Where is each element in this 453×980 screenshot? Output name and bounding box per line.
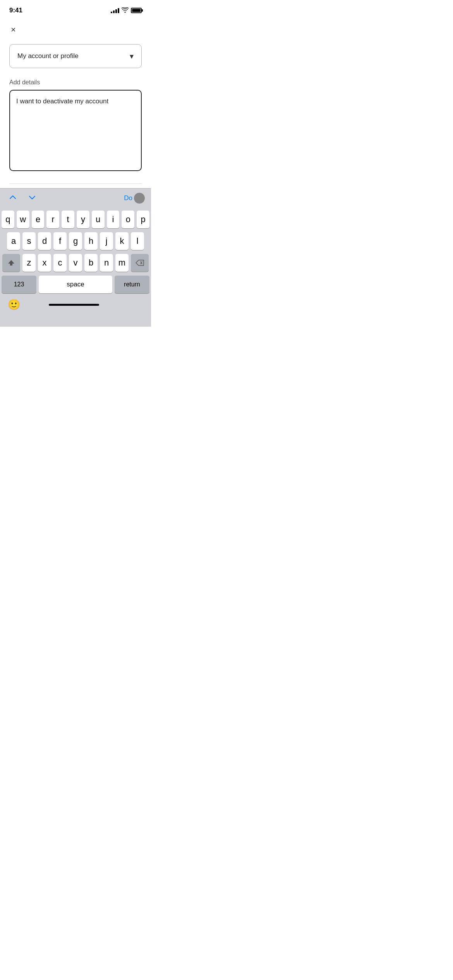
key-y[interactable]: y: [77, 211, 89, 228]
key-c[interactable]: c: [53, 254, 67, 272]
key-shift[interactable]: [2, 254, 20, 272]
key-d[interactable]: d: [38, 232, 51, 250]
toolbar-nav: [6, 192, 39, 204]
key-s[interactable]: s: [22, 232, 36, 250]
add-details-label: Add details: [9, 79, 142, 86]
emoji-button[interactable]: 🙂: [8, 299, 20, 311]
key-n[interactable]: n: [100, 254, 113, 272]
key-r[interactable]: r: [46, 211, 59, 228]
key-return[interactable]: return: [115, 276, 149, 293]
dropdown-label: My account or profile: [17, 52, 79, 60]
key-e[interactable]: e: [32, 211, 45, 228]
key-v[interactable]: v: [69, 254, 82, 272]
done-label: Do: [124, 194, 132, 202]
keyboard-toolbar: Do: [0, 188, 151, 207]
add-details-section: Add details I want to deactivate my acco…: [9, 79, 142, 173]
key-a[interactable]: a: [7, 232, 20, 250]
key-t[interactable]: t: [62, 211, 74, 228]
keyboard-row-2: a s d f g h j k l: [2, 232, 149, 250]
signal-icon: [111, 8, 119, 13]
status-time: 9:41: [9, 7, 22, 14]
keyboard-row-3: z x c v b n m: [2, 254, 149, 272]
close-button[interactable]: ×: [9, 23, 17, 36]
toolbar-done-button[interactable]: Do: [124, 193, 145, 204]
key-p[interactable]: p: [137, 211, 149, 228]
key-backspace[interactable]: [131, 254, 149, 272]
key-q[interactable]: q: [2, 211, 14, 228]
keyboard-footer: 🙂: [2, 297, 149, 313]
done-circle: [134, 193, 145, 204]
key-j[interactable]: j: [100, 232, 113, 250]
key-f[interactable]: f: [53, 232, 67, 250]
key-o[interactable]: o: [122, 211, 134, 228]
key-u[interactable]: u: [92, 211, 105, 228]
key-l[interactable]: l: [131, 232, 144, 250]
key-w[interactable]: w: [17, 211, 29, 228]
close-area: ×: [0, 19, 151, 41]
key-b[interactable]: b: [84, 254, 98, 272]
key-z[interactable]: z: [22, 254, 36, 272]
toolbar-up-button[interactable]: [6, 192, 19, 204]
status-icons: [111, 7, 142, 14]
key-i[interactable]: i: [107, 211, 120, 228]
key-h[interactable]: h: [84, 232, 98, 250]
toolbar-down-button[interactable]: [26, 192, 39, 204]
keyboard-row-1: q w e r t y u i o p: [2, 211, 149, 228]
content-area: My account or profile ▾ Add details I wa…: [0, 41, 151, 204]
category-dropdown[interactable]: My account or profile ▾: [9, 44, 142, 68]
key-g[interactable]: g: [69, 232, 82, 250]
key-numbers[interactable]: 123: [2, 276, 36, 293]
details-textarea[interactable]: I want to deactivate my account: [9, 90, 142, 171]
home-indicator: [49, 304, 99, 306]
status-bar: 9:41: [0, 0, 151, 19]
keyboard-row-4: 123 space return: [2, 276, 149, 293]
key-space[interactable]: space: [39, 276, 112, 293]
key-x[interactable]: x: [38, 254, 51, 272]
key-m[interactable]: m: [115, 254, 129, 272]
divider: [9, 183, 142, 184]
key-k[interactable]: k: [115, 232, 129, 250]
chevron-down-icon: ▾: [130, 51, 134, 61]
keyboard: q w e r t y u i o p a s d f g h j k l z …: [0, 207, 151, 327]
battery-icon: [131, 8, 142, 13]
wifi-icon: [122, 7, 129, 14]
